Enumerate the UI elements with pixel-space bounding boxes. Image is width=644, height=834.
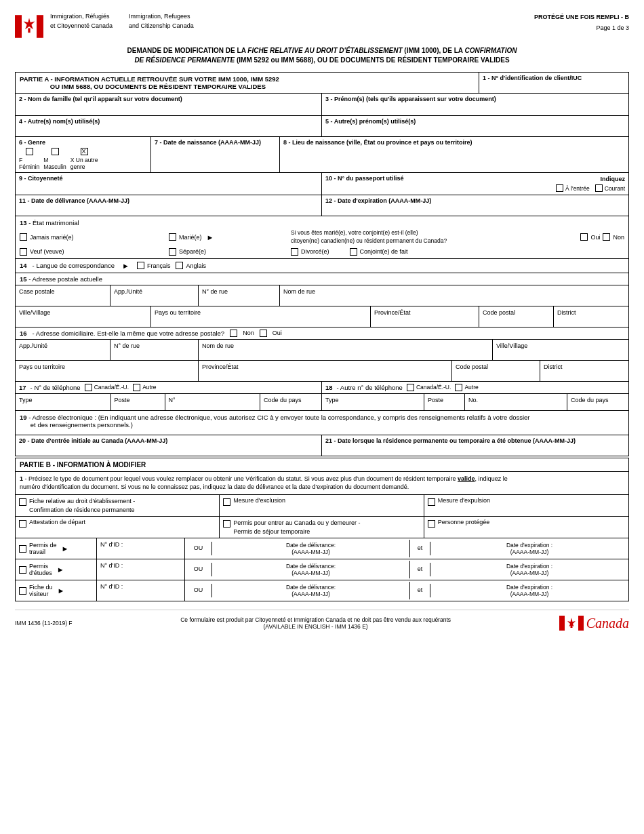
footer: IMM 1436 (11-2019) F Ce formulaire est p…: [15, 610, 629, 632]
permis-etudes-checkbox[interactable]: [19, 566, 26, 574]
agency-en: Immigration, Refugeesand Citizenship Can…: [129, 12, 194, 31]
header-right: PROTÉGÉ UNE FOIS REMPLI - B Page 1 de 3: [534, 12, 629, 33]
tel18-canada-checkbox[interactable]: [407, 384, 414, 391]
field-3: 3 - Prénom(s) (tels qu'ils apparaissent …: [322, 94, 628, 115]
fiche-visiteur-checkbox[interactable]: [19, 587, 26, 595]
svg-rect-9: [570, 625, 572, 628]
field-4: 4 - Autre(s) nom(s) utilisé(s): [16, 116, 322, 136]
dom-app-unite-cell: App./Unité: [16, 340, 110, 360]
partie-a-header: PARTIE A - INFORMATION ACTUELLE RETROUVÉ…: [16, 73, 479, 93]
arrow-permis-travail: ►: [62, 544, 69, 553]
dom-nom-rue-cell: Nom de rue: [199, 340, 493, 360]
passport-entree-checkbox[interactable]: [556, 184, 563, 192]
field-19: 19 - Adresse électronique : (En indiquan…: [16, 411, 628, 435]
ou-3: OU: [185, 584, 212, 597]
field-18: 18 - Autre n° de téléphone Canada/É.-U. …: [322, 382, 628, 410]
lang-en-checkbox[interactable]: [176, 262, 183, 269]
permis-etudes-date-exp: Date d'expiration :(AAAA-MM-JJ): [430, 561, 628, 578]
field-1: 1 - N° d'identification de client/IUC: [479, 73, 628, 93]
canada-wordmark: Canada: [559, 614, 629, 632]
pays-cell: Pays ou territoire: [151, 306, 371, 327]
partie-b-section: PARTIE B - INFORMATION À MODIFIER 1 - Pr…: [15, 458, 629, 602]
ville-cell: Ville/Village: [16, 306, 151, 327]
partie-b-row1: Fiche relative au droit d'établissement …: [16, 495, 628, 517]
svg-rect-4: [28, 28, 30, 33]
gender-f-checkbox[interactable]: [26, 148, 33, 155]
doc-permis-etudes: Permisd'études ►: [16, 559, 97, 580]
row-11-12: 11 - Date de délivrance (AAAA-MM-JJ) 12 …: [16, 195, 628, 216]
row-20-21: 20 - Date d'entrée initiale au Canada (A…: [16, 435, 628, 456]
header: Immigration, Réfugiéset Citoyenneté Cana…: [15, 12, 629, 41]
marital-jamais-checkbox[interactable]: [20, 233, 27, 241]
dom-province-cell: Province/État: [199, 361, 452, 381]
no-rue-cell: N° de rue: [199, 285, 280, 306]
canada-flag-small-icon: [559, 614, 584, 632]
page: Immigration, Réfugiéset Citoyenneté Cana…: [0, 0, 644, 834]
partie-b-fiche-visiteur: Fiche duvisiteur ► N° d'ID : OU Date de …: [16, 580, 628, 601]
marital-marie-checkbox[interactable]: [169, 233, 176, 241]
header-left: Immigration, Réfugiéset Citoyenneté Cana…: [15, 12, 194, 41]
mesure-expulsion-checkbox[interactable]: [428, 498, 435, 506]
fiche-relative-checkbox[interactable]: [19, 498, 26, 506]
permis-travail-date-exp: Date d'expiration :(AAAA-MM-JJ): [430, 540, 628, 557]
row-6-7-8: 6 - Genre FFéminin MMasculin X Un autreg…: [16, 137, 628, 173]
field-21: 21 - Date lorsque la résidence permanent…: [322, 435, 628, 456]
dom-ville-cell: Ville/Village: [493, 340, 628, 360]
partie-b-permis-etudes: Permisd'études ► N° d'ID : OU Date de dé…: [16, 559, 628, 580]
domicile-non-checkbox[interactable]: [230, 330, 237, 337]
province-cell: Province/État: [371, 306, 479, 327]
doc-permis-travail: Permis detravail ►: [16, 538, 97, 559]
field-7: 7 - Date de naissance (AAAA-MM-JJ): [151, 137, 280, 172]
tel17-autre-checkbox[interactable]: [133, 384, 140, 391]
partie-b-row2: Attestation de départ Permis pour entrer…: [16, 517, 628, 538]
canada-flag-icon: [15, 12, 43, 41]
tel18-autre-checkbox[interactable]: [455, 384, 462, 391]
lang-fr-checkbox[interactable]: [137, 262, 144, 269]
case-postale-cell: Case postale: [16, 285, 110, 306]
page-info: Page 1 de 3: [534, 23, 629, 33]
tel17-canada-checkbox[interactable]: [85, 384, 92, 391]
et-1: et: [410, 542, 430, 555]
field-6: 6 - Genre FFéminin MMasculin X Un autreg…: [16, 137, 151, 172]
field-17: 17 - N° de téléphone Canada/É.-U. Autre …: [16, 382, 322, 410]
row-2-3: 2 - Nom de famille (tel qu'il apparaît s…: [16, 94, 628, 116]
doc-fiche-visiteur: Fiche duvisiteur ►: [16, 580, 97, 601]
domicile-oui-checkbox[interactable]: [260, 330, 267, 337]
arrow-icon-lang: ►: [122, 262, 129, 270]
field-11: 11 - Date de délivrance (AAAA-MM-JJ): [16, 195, 322, 216]
spouse-oui-checkbox[interactable]: [580, 233, 588, 241]
gender-m-checkbox[interactable]: [52, 148, 59, 155]
svg-rect-1: [37, 15, 43, 38]
dom-code-postal-cell: Code postal: [452, 361, 540, 381]
field-15-row1: Case postale App./Unité N° de rue Nom de…: [16, 285, 628, 306]
doc-personne-protegee: Personne protégée: [424, 517, 628, 538]
marital-veuf-checkbox[interactable]: [20, 248, 27, 256]
row-17-18: 17 - N° de téléphone Canada/É.-U. Autre …: [16, 382, 628, 411]
page-title: DEMANDE DE MODIFICATION DE LA FICHE RELA…: [15, 46, 629, 65]
marital-separe-checkbox[interactable]: [169, 248, 176, 256]
ou-1: OU: [185, 542, 212, 555]
partie-b-field1-desc: 1 - Précisez le type de document pour le…: [16, 472, 628, 495]
spouse-non-checkbox[interactable]: [603, 233, 610, 241]
personne-protegee-checkbox[interactable]: [428, 520, 435, 528]
dom-pays-cell: Pays ou territoire: [16, 361, 199, 381]
tel18-code-cell: Code du pays: [567, 394, 628, 410]
app-unite-cell: App./Unité: [110, 285, 199, 306]
marital-divorce-checkbox[interactable]: [291, 248, 298, 256]
svg-rect-0: [15, 15, 22, 38]
attestation-checkbox[interactable]: [19, 520, 26, 528]
mesure-exclusion-checkbox[interactable]: [223, 498, 230, 506]
field-10: 10 - N° du passeport utilisé Indiquez À …: [322, 173, 628, 195]
svg-rect-5: [559, 616, 565, 631]
permis-sejour-checkbox[interactable]: [223, 520, 230, 528]
arrow-icon: ►: [207, 233, 214, 241]
doc-attestation: Attestation de départ: [16, 517, 220, 538]
marital-conjoint-checkbox[interactable]: [350, 248, 357, 256]
permis-travail-checkbox[interactable]: [19, 545, 26, 553]
field-20: 20 - Date d'entrée initiale au Canada (A…: [16, 435, 322, 456]
passport-courant-checkbox[interactable]: [595, 184, 603, 192]
arrow-fiche-visiteur: ►: [58, 587, 65, 595]
field-15-header: 15 - Adresse postale actuelle: [16, 273, 628, 285]
gender-x-checkbox[interactable]: [81, 148, 88, 155]
code-postal-cell: Code postal: [479, 306, 554, 327]
